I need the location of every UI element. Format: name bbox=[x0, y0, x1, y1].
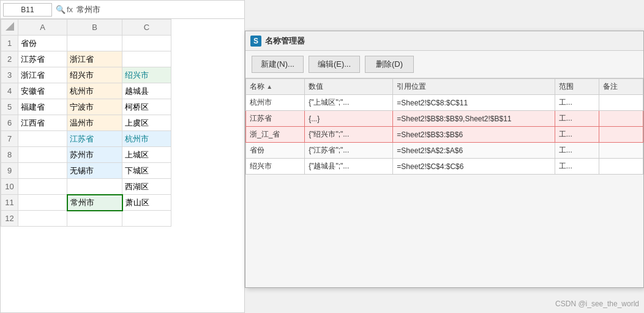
formula-icon: 🔍 fx bbox=[56, 5, 73, 14]
spreadsheet-grid: A B C 1省份2江苏省浙江省3浙江省绍兴市绍兴市4安徽省杭州市越城县5福建省… bbox=[1, 19, 171, 227]
cell-c2[interactable] bbox=[122, 51, 171, 67]
cell-a2[interactable]: 江苏省 bbox=[18, 51, 67, 67]
cell-b8[interactable]: 苏州市 bbox=[67, 147, 122, 163]
cell-c3[interactable]: 绍兴市 bbox=[122, 67, 171, 83]
table-row: 10西湖区 bbox=[1, 179, 171, 195]
name-table-row[interactable]: 绍兴市{"越城县";"...=Sheet2!$C$4:$C$6工... bbox=[246, 159, 643, 175]
cell-c5[interactable]: 柯桥区 bbox=[122, 99, 171, 115]
cell-c9[interactable]: 下城区 bbox=[122, 163, 171, 179]
cell-b5[interactable]: 宁波市 bbox=[67, 99, 122, 115]
delete-button[interactable]: 删除(D) bbox=[365, 56, 414, 73]
grid-container: A B C 1省份2江苏省浙江省3浙江省绍兴市绍兴市4安徽省杭州市越城县5福建省… bbox=[1, 19, 244, 227]
scope-col-header[interactable]: 范围 bbox=[555, 79, 599, 95]
corner-header bbox=[1, 20, 18, 36]
cell-a4[interactable]: 安徽省 bbox=[18, 83, 67, 99]
cell-b10[interactable] bbox=[67, 179, 122, 195]
cell-b2[interactable]: 浙江省 bbox=[67, 51, 122, 67]
cell-b9[interactable]: 无锡市 bbox=[67, 163, 122, 179]
cell-c10[interactable]: 西湖区 bbox=[122, 179, 171, 195]
table-row: 12 bbox=[1, 211, 171, 227]
new-button[interactable]: 新建(N)... bbox=[252, 56, 304, 73]
name-table-scope: 工... bbox=[555, 127, 599, 143]
cell-c1[interactable] bbox=[122, 36, 171, 51]
col-header-a[interactable]: A bbox=[18, 20, 67, 36]
cell-a1[interactable]: 省份 bbox=[18, 36, 67, 51]
row-number: 12 bbox=[1, 211, 18, 227]
dialog-title-bar: S 名称管理器 bbox=[245, 31, 643, 51]
name-table-scope: 工... bbox=[555, 143, 599, 159]
name-table-row[interactable]: 浙_江_省{"绍兴市";"...=Sheet2!$B$3:$B$6工... bbox=[246, 127, 643, 143]
name-table-ref: =Sheet2!$C$4:$C$6 bbox=[393, 159, 555, 175]
name-table-container: 名称 ▲ 数值 引用位置 范围 备注 杭州市{"上城区";"...=Sheet2… bbox=[245, 78, 643, 279]
search-icon: 🔍 bbox=[56, 5, 66, 14]
name-table-ref: =Sheet2!$B$3:$B$6 bbox=[393, 127, 555, 143]
name-manager-dialog: S 名称管理器 新建(N)... 编辑(E)... 删除(D) 名称 ▲ 数值 … bbox=[245, 31, 644, 288]
cell-b6[interactable]: 温州市 bbox=[67, 115, 122, 131]
note-col-header[interactable]: 备注 bbox=[599, 79, 643, 95]
formula-value: 常州市 bbox=[77, 4, 242, 15]
cell-b3[interactable]: 绍兴市 bbox=[67, 67, 122, 83]
col-header-c[interactable]: C bbox=[122, 20, 171, 36]
name-table-name: 浙_江_省 bbox=[246, 127, 305, 143]
name-table-scope: 工... bbox=[555, 95, 599, 111]
row-number: 6 bbox=[1, 115, 18, 131]
cell-a3[interactable]: 浙江省 bbox=[18, 67, 67, 83]
cell-b1[interactable] bbox=[67, 36, 122, 51]
name-col-header[interactable]: 名称 ▲ bbox=[246, 79, 305, 95]
name-table-value: {"越城县";"... bbox=[305, 159, 393, 175]
cell-b7[interactable]: 江苏省 bbox=[67, 131, 122, 147]
fx-label: fx bbox=[67, 5, 73, 14]
sort-arrow-name: ▲ bbox=[266, 83, 272, 90]
name-table-note bbox=[599, 143, 643, 159]
ref-col-header[interactable]: 引用位置 bbox=[393, 79, 555, 95]
cell-c8[interactable]: 上城区 bbox=[122, 147, 171, 163]
cell-c12[interactable] bbox=[122, 211, 171, 227]
edit-button[interactable]: 编辑(E)... bbox=[309, 56, 360, 73]
table-row: 5福建省宁波市柯桥区 bbox=[1, 99, 171, 115]
table-row: 9无锡市下城区 bbox=[1, 163, 171, 179]
cell-c4[interactable]: 越城县 bbox=[122, 83, 171, 99]
cell-a7[interactable] bbox=[18, 131, 67, 147]
cell-b4[interactable]: 杭州市 bbox=[67, 83, 122, 99]
table-row: 6江西省温州市上虞区 bbox=[1, 115, 171, 131]
name-table-ref: =Sheet2!$A$2:$A$6 bbox=[393, 143, 555, 159]
cell-a9[interactable] bbox=[18, 163, 67, 179]
formula-bar: B11 🔍 fx 常州市 bbox=[1, 1, 244, 19]
name-table-name: 省份 bbox=[246, 143, 305, 159]
name-table-row[interactable]: 江苏省{...}=Sheet2!$B$8:$B$9,Sheet2!$B$11工.… bbox=[246, 111, 643, 127]
name-table-note bbox=[599, 159, 643, 175]
table-row: 7江苏省杭州市 bbox=[1, 131, 171, 147]
spreadsheet: B11 🔍 fx 常州市 A B C 1省份2江苏省浙江省3浙江省绍兴市绍兴市 bbox=[0, 0, 245, 313]
cell-c11[interactable]: 萧山区 bbox=[122, 195, 171, 211]
cell-a10[interactable] bbox=[18, 179, 67, 195]
row-number: 2 bbox=[1, 51, 18, 67]
row-number: 11 bbox=[1, 195, 18, 211]
svg-marker-0 bbox=[6, 22, 14, 31]
name-table-row[interactable]: 省份{"江苏省";"...=Sheet2!$A$2:$A$6工... bbox=[246, 143, 643, 159]
col-header-b[interactable]: B bbox=[67, 20, 122, 36]
cell-reference-box[interactable]: B11 bbox=[3, 3, 52, 17]
cell-c6[interactable]: 上虞区 bbox=[122, 115, 171, 131]
name-table-value: {...} bbox=[305, 111, 393, 127]
row-number: 3 bbox=[1, 67, 18, 83]
name-table-value: {"上城区";"... bbox=[305, 95, 393, 111]
cell-b11[interactable]: 常州市 bbox=[67, 195, 122, 211]
cell-b12[interactable] bbox=[67, 211, 122, 227]
cell-a6[interactable]: 江西省 bbox=[18, 115, 67, 131]
name-table-row[interactable]: 杭州市{"上城区";"...=Sheet2!$C$8:$C$11工... bbox=[246, 95, 643, 111]
cell-a5[interactable]: 福建省 bbox=[18, 99, 67, 115]
table-row: 2江苏省浙江省 bbox=[1, 51, 171, 67]
row-number: 7 bbox=[1, 131, 18, 147]
cell-c7[interactable]: 杭州市 bbox=[122, 131, 171, 147]
cell-a11[interactable] bbox=[18, 195, 67, 211]
name-table-note bbox=[599, 95, 643, 111]
dialog-toolbar: 新建(N)... 编辑(E)... 删除(D) bbox=[245, 51, 643, 78]
name-table: 名称 ▲ 数值 引用位置 范围 备注 杭州市{"上城区";"...=Sheet2… bbox=[245, 78, 643, 175]
name-table-note bbox=[599, 127, 643, 143]
value-col-header[interactable]: 数值 bbox=[305, 79, 393, 95]
cell-a12[interactable] bbox=[18, 211, 67, 227]
table-row: 3浙江省绍兴市绍兴市 bbox=[1, 67, 171, 83]
name-table-name: 江苏省 bbox=[246, 111, 305, 127]
cell-a8[interactable] bbox=[18, 147, 67, 163]
row-number: 10 bbox=[1, 179, 18, 195]
